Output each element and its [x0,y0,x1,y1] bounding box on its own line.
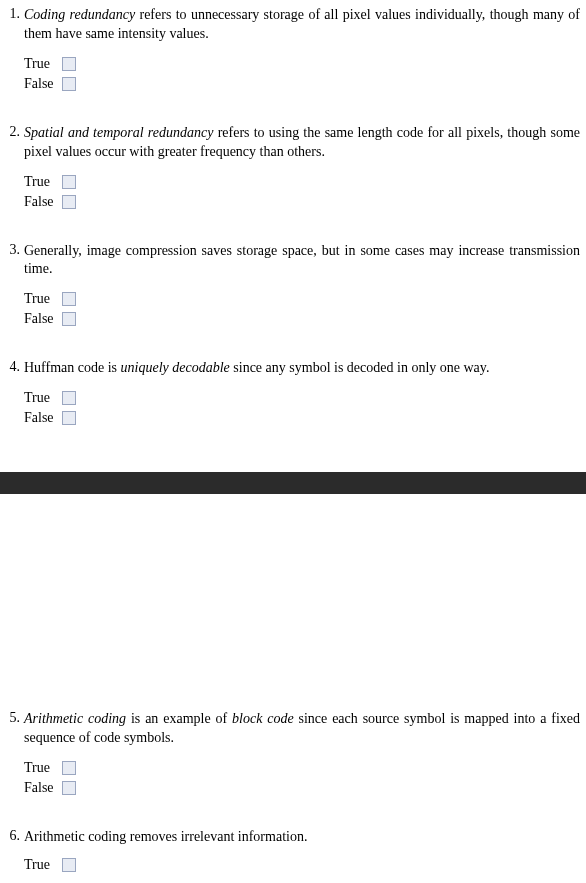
question-text: Generally, image compression saves stora… [24,242,580,280]
checkbox-true[interactable] [62,292,76,306]
question-term: uniquely decodable [121,360,230,375]
option-label-true: True [24,174,62,190]
question-term: Coding redundancy [24,7,135,22]
checkbox-true[interactable] [62,175,76,189]
question-number: 1. [2,6,20,22]
question-term: Spatial and temporal redundancy [24,125,213,140]
option-true: True [24,289,580,309]
page-1: 1. Coding redundancy refers to unnecessa… [0,0,586,428]
checkbox-false[interactable] [62,312,76,326]
checkbox-false[interactable] [62,411,76,425]
question-list-2: 5. Arithmetic coding is an example of bl… [0,710,586,873]
option-false: False [24,74,580,94]
option-label-false: False [24,410,62,426]
question-text: Huffman code is uniquely decodable since… [24,359,580,378]
option-false: False [24,778,580,798]
options: True [24,857,580,873]
option-false: False [24,309,580,329]
page-break [0,472,586,494]
question-5: 5. Arithmetic coding is an example of bl… [0,710,586,798]
checkbox-true[interactable] [62,858,76,872]
question-body-pre: is an example of [126,711,232,726]
question-4: 4. Huffman code is uniquely decodable si… [0,359,586,428]
options: True False [24,172,580,212]
checkbox-true[interactable] [62,391,76,405]
option-true: True [24,758,580,778]
options: True False [24,388,580,428]
question-text: Coding redundancy refers to unnecessary … [24,6,580,44]
question-number: 5. [2,710,20,726]
question-body-pre: Huffman code is [24,360,121,375]
question-3: 3. Generally, image compression saves st… [0,242,586,330]
checkbox-false[interactable] [62,195,76,209]
option-label-true: True [24,760,62,776]
question-text: Arithmetic coding is an example of block… [24,710,580,748]
question-body: Generally, image compression saves stora… [24,243,580,277]
question-term-2: block code [232,711,294,726]
option-label-false: False [24,76,62,92]
question-text: Spatial and temporal redundancy refers t… [24,124,580,162]
option-label-false: False [24,311,62,327]
question-6: 6. Arithmetic coding removes irrelevant … [0,828,586,873]
option-label-true: True [24,291,62,307]
option-false: False [24,408,580,428]
question-number: 2. [2,124,20,140]
question-number: 3. [2,242,20,258]
option-true: True [24,388,580,408]
option-label-true: True [24,390,62,406]
option-label-true: True [24,56,62,72]
option-label-false: False [24,780,62,796]
option-true: True [24,172,580,192]
page-2: 5. Arithmetic coding is an example of bl… [0,704,586,873]
question-body-post: since any symbol is decoded in only one … [230,360,490,375]
question-body: Arithmetic coding removes irrelevant inf… [24,829,307,844]
question-text: Arithmetic coding removes irrelevant inf… [24,828,580,847]
checkbox-true[interactable] [62,57,76,71]
checkbox-false[interactable] [62,781,76,795]
question-number: 6. [2,828,20,844]
question-term: Arithmetic coding [24,711,126,726]
option-true: True [24,54,580,74]
option-true: True [24,857,580,873]
page-gap [0,494,586,704]
option-label-true: True [24,857,62,873]
options: True False [24,758,580,798]
question-list: 1. Coding redundancy refers to unnecessa… [0,6,586,428]
question-1: 1. Coding redundancy refers to unnecessa… [0,6,586,94]
option-false: False [24,192,580,212]
option-label-false: False [24,194,62,210]
options: True False [24,54,580,94]
question-2: 2. Spatial and temporal redundancy refer… [0,124,586,212]
checkbox-false[interactable] [62,77,76,91]
question-number: 4. [2,359,20,375]
checkbox-true[interactable] [62,761,76,775]
options: True False [24,289,580,329]
